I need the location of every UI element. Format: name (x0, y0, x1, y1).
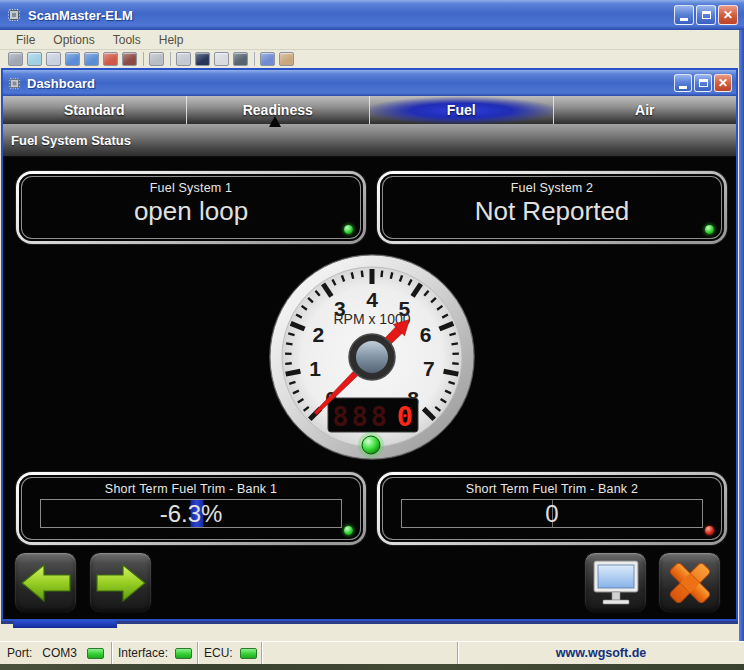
toolbar-separator (143, 52, 144, 66)
digital-ghost-digits: 888 (332, 401, 390, 432)
panel-value: open loop (134, 196, 248, 227)
minimize-icon (680, 18, 688, 21)
gauge-status-led (362, 436, 380, 454)
panel-fuel-system-1: Fuel System 1 open loop (16, 171, 366, 244)
ecu-status-indicator (240, 648, 257, 659)
svg-text:6: 6 (420, 323, 432, 346)
desktop-screen: ScanMaster-ELM ✕ File Options Tools Help… (0, 0, 744, 670)
app-chip-icon (6, 7, 22, 23)
exit-dashboard-button[interactable] (658, 552, 721, 613)
status-led (344, 526, 353, 535)
digital-value: 0 (397, 401, 413, 432)
panel-fuel-system-2: Fuel System 2 Not Reported (377, 171, 727, 244)
toolbar-icon-info[interactable] (260, 52, 275, 66)
panel-title: Fuel System 2 (511, 181, 594, 195)
close-icon: ✕ (718, 77, 728, 89)
interface-status-indicator (175, 648, 192, 659)
dashboard-tabbar: Standard Readiness Fuel Air (3, 96, 736, 124)
ecu-label: ECU: (204, 646, 233, 660)
website-link[interactable]: www.wgsoft.de (556, 646, 647, 660)
main-window-title: ScanMaster-ELM (28, 8, 674, 23)
main-maximize-button[interactable] (696, 5, 716, 25)
display-mode-button[interactable] (584, 552, 647, 613)
dashboard-titlebar[interactable]: Dashboard ✕ (3, 70, 736, 96)
toolbar-icon-sphere[interactable] (233, 52, 248, 66)
section-header-label: Fuel System Status (11, 133, 131, 148)
toolbar-icon-monitor-2[interactable] (84, 52, 99, 66)
toolbar-icon-trash[interactable] (8, 52, 23, 66)
status-led (705, 526, 714, 535)
menu-bar: File Options Tools Help (0, 30, 739, 50)
dashboard-maximize-button[interactable] (694, 74, 712, 92)
menu-options[interactable]: Options (45, 31, 102, 49)
close-icon: ✕ (723, 9, 733, 21)
interface-label: Interface: (118, 646, 168, 660)
toolbar (0, 50, 739, 68)
toolbar-icon-calendar[interactable] (103, 52, 118, 66)
toolbar-icon-terminal[interactable] (195, 52, 210, 66)
toolbar-icon-globe[interactable] (27, 52, 42, 66)
menu-help[interactable]: Help (151, 31, 192, 49)
main-window-titlebar[interactable]: ScanMaster-ELM ✕ (0, 0, 744, 30)
tab-air[interactable]: Air (553, 96, 737, 124)
panel-value: 0 (545, 500, 558, 528)
panel-value: -6.3% (160, 500, 223, 528)
dashboard-minimize-button[interactable] (674, 74, 692, 92)
svg-text:1: 1 (309, 357, 321, 380)
svg-text:2: 2 (313, 323, 325, 346)
menu-tools[interactable]: Tools (105, 31, 149, 49)
port-status-indicator (87, 648, 104, 659)
tab-standard[interactable]: Standard (3, 96, 186, 124)
panel-stft-bank-1: Short Term Fuel Trim - Bank 1 -6.3% (16, 472, 366, 545)
maximize-icon (702, 11, 711, 19)
toolbar-icon-monitor-1[interactable] (65, 52, 80, 66)
green-right-arrow-icon (95, 562, 147, 604)
dashboard-title: Dashboard (27, 76, 674, 91)
status-led (344, 225, 353, 234)
green-left-arrow-icon (20, 562, 72, 604)
toolbar-icon-battery[interactable] (214, 52, 229, 66)
panel-title: Short Term Fuel Trim - Bank 2 (466, 482, 638, 496)
tab-label: Air (635, 102, 654, 118)
rpm-gauge-svg: 012345678 RPM x 1000 888 0 (266, 251, 478, 463)
prev-page-button[interactable] (14, 552, 77, 613)
svg-text:7: 7 (423, 357, 435, 380)
minimize-icon (679, 86, 687, 89)
panel-stft-bank-2: Short Term Fuel Trim - Bank 2 0 (377, 472, 727, 545)
svg-text:4: 4 (366, 288, 378, 311)
main-close-button[interactable]: ✕ (718, 5, 738, 25)
desktop-edge-strip (0, 664, 744, 670)
panel-title: Short Term Fuel Trim - Bank 1 (105, 482, 277, 496)
toolbar-icon-document[interactable] (46, 52, 61, 66)
orange-x-icon (665, 559, 715, 607)
port-value: COM3 (42, 646, 77, 660)
main-minimize-button[interactable] (674, 5, 694, 25)
toolbar-icon-user[interactable] (122, 52, 137, 66)
section-header: Fuel System Status (3, 124, 736, 157)
toolbar-icon-clipboard[interactable] (149, 52, 164, 66)
cursor-pointer-triangle (269, 116, 281, 127)
panel-value: Not Reported (475, 196, 630, 227)
menu-file[interactable]: File (8, 31, 43, 49)
dashboard-chip-icon (7, 76, 22, 91)
rpm-gauge: 012345678 RPM x 1000 888 0 (266, 251, 478, 463)
next-page-button[interactable] (89, 552, 152, 613)
main-window-right-border (739, 30, 744, 664)
port-label: Port: (7, 646, 32, 660)
trim-value-box: 0 (401, 499, 703, 528)
toolbar-icon-building[interactable] (279, 52, 294, 66)
toolbar-separator (170, 52, 171, 66)
tab-label: Standard (64, 102, 125, 118)
tab-label: Fuel (447, 102, 476, 118)
maximize-icon (699, 79, 708, 87)
taskbar-button-peek (13, 621, 117, 628)
toolbar-separator (254, 52, 255, 66)
status-bar: Port: COM3 Interface: ECU: www.wgsoft.de (0, 641, 744, 664)
trim-value-box: -6.3% (40, 499, 342, 528)
tab-fuel[interactable]: Fuel (369, 96, 553, 124)
dashboard-close-button[interactable]: ✕ (714, 74, 732, 92)
panel-title: Fuel System 1 (150, 181, 233, 195)
status-led (705, 225, 714, 234)
toolbar-icon-screen[interactable] (176, 52, 191, 66)
monitor-icon (591, 559, 641, 607)
